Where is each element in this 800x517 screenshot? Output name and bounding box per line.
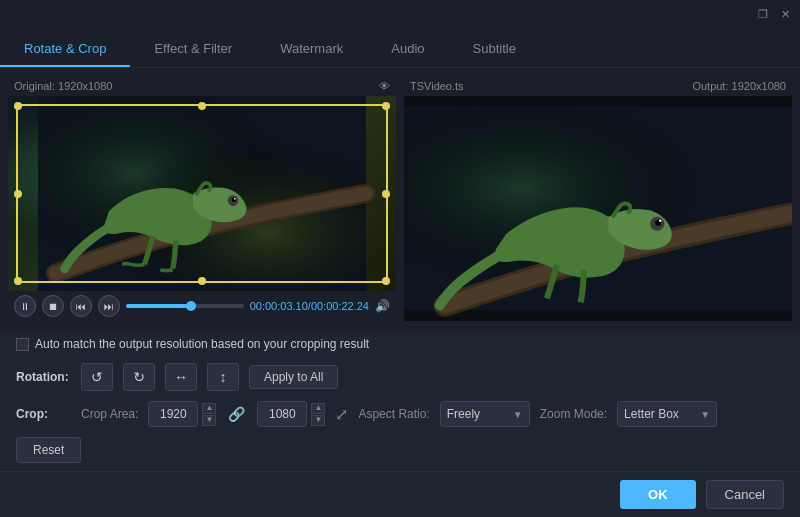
aspect-ratio-value: Freely [447, 407, 480, 421]
left-video-panel: Original: 1920x1080 👁 [8, 76, 396, 321]
title-bar: ❐ ✕ [0, 0, 800, 28]
svg-point-10 [659, 220, 661, 222]
right-video-area [404, 96, 792, 321]
apply-all-button[interactable]: Apply to All [249, 365, 338, 389]
rotation-row: Rotation: ↺ ↺ ↔ ↕ Apply to All [16, 363, 784, 391]
zoom-mode-arrow: ▼ [700, 409, 710, 420]
zoom-mode-label: Zoom Mode: [540, 407, 607, 421]
total-time: 00:00:22.24 [311, 300, 369, 312]
time-display: 00:00:03.10/00:00:22.24 [250, 300, 369, 312]
rotate-cw-button[interactable]: ↺ [123, 363, 155, 391]
zoom-mode-value: Letter Box [624, 407, 679, 421]
output-resolution: 1920x1080 [732, 80, 786, 92]
playback-controls: ⏸ ⏹ ⏮ ⏭ 00:00:03.10/00:00:22.24 🔊 [8, 291, 396, 321]
rotation-label: Rotation: [16, 370, 71, 384]
auto-match-row: Auto match the output resolution based o… [16, 337, 784, 351]
tab-rotate-crop[interactable]: Rotate & Crop [0, 31, 130, 67]
restore-button[interactable]: ❐ [756, 7, 770, 21]
resize-icon[interactable]: ⤢ [335, 405, 348, 424]
auto-match-checkbox[interactable] [16, 338, 29, 351]
reset-button[interactable]: Reset [16, 437, 81, 463]
left-panel-header: Original: 1920x1080 👁 [8, 76, 396, 96]
tab-audio[interactable]: Audio [367, 31, 448, 67]
main-content: Original: 1920x1080 👁 [0, 68, 800, 517]
volume-icon[interactable]: 🔊 [375, 299, 390, 313]
tab-subtitle[interactable]: Subtitle [449, 31, 540, 67]
output-label: Output: 1920x1080 [692, 80, 786, 92]
crop-height-down[interactable]: ▼ [311, 415, 325, 426]
right-panel-header: TSVideo.ts Output: 1920x1080 [404, 76, 792, 96]
tab-bar: Rotate & Crop Effect & Filter Watermark … [0, 28, 800, 68]
crop-width-group: ▲ ▼ [148, 401, 216, 427]
prev-button[interactable]: ⏮ [70, 295, 92, 317]
auto-match-label: Auto match the output resolution based o… [35, 337, 369, 351]
crop-height-up[interactable]: ▲ [311, 403, 325, 414]
bottom-controls: Auto match the output resolution based o… [0, 329, 800, 471]
svg-point-4 [232, 197, 236, 201]
original-resolution: 1920x1080 [58, 80, 112, 92]
stop-button[interactable]: ⏹ [42, 295, 64, 317]
progress-fill [126, 304, 191, 308]
tab-watermark[interactable]: Watermark [256, 31, 367, 67]
rotate-ccw-button[interactable]: ↺ [81, 363, 113, 391]
crop-width-up[interactable]: ▲ [202, 403, 216, 414]
flip-h-button[interactable]: ↔ [165, 363, 197, 391]
progress-handle[interactable] [186, 301, 196, 311]
right-video-panel: TSVideo.ts Output: 1920x1080 [404, 76, 792, 321]
crop-height-spinners: ▲ ▼ [311, 403, 325, 426]
crop-width-spinners: ▲ ▼ [202, 403, 216, 426]
left-video-area [8, 96, 396, 291]
crop-row: Crop: Crop Area: ▲ ▼ 🔗 ▲ ▼ ⤢ Aspect Rati… [16, 401, 784, 427]
aspect-ratio-label: Aspect Ratio: [358, 407, 429, 421]
crop-height-group: ▲ ▼ [257, 401, 325, 427]
crop-area-label: Crop Area: [81, 407, 138, 421]
eye-icon[interactable]: 👁 [379, 80, 390, 92]
current-time: 00:00:03.10 [250, 300, 308, 312]
crop-width-input[interactable] [148, 401, 198, 427]
cancel-button[interactable]: Cancel [706, 480, 784, 509]
flip-v-button[interactable]: ↕ [207, 363, 239, 391]
aspect-ratio-arrow: ▼ [513, 409, 523, 420]
close-button[interactable]: ✕ [778, 7, 792, 21]
video-panels: Original: 1920x1080 👁 [0, 68, 800, 329]
next-button[interactable]: ⏭ [98, 295, 120, 317]
original-label: Original: 1920x1080 [14, 80, 112, 92]
pause-button[interactable]: ⏸ [14, 295, 36, 317]
crop-height-input[interactable] [257, 401, 307, 427]
progress-bar[interactable] [126, 304, 244, 308]
tab-effect-filter[interactable]: Effect & Filter [130, 31, 256, 67]
left-video-bg [8, 96, 396, 291]
svg-point-5 [234, 198, 236, 200]
link-icon[interactable]: 🔗 [226, 406, 247, 422]
zoom-mode-select[interactable]: Letter Box ▼ [617, 401, 717, 427]
action-buttons: OK Cancel [0, 471, 800, 517]
left-chameleon-svg [8, 96, 396, 291]
ok-button[interactable]: OK [620, 480, 696, 509]
filename-label: TSVideo.ts [410, 80, 464, 92]
right-chameleon-svg [404, 96, 792, 321]
crop-label: Crop: [16, 407, 71, 421]
aspect-ratio-select[interactable]: Freely ▼ [440, 401, 530, 427]
crop-width-down[interactable]: ▼ [202, 415, 216, 426]
